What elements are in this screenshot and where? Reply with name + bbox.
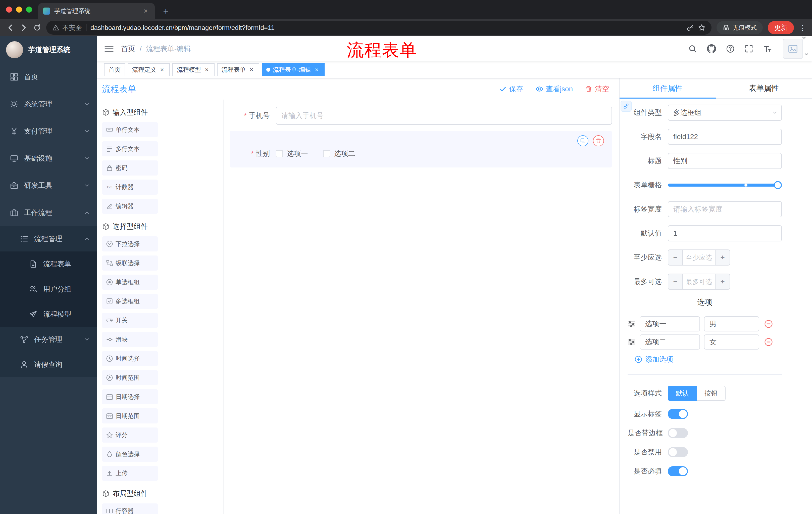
gender-option2-checkbox[interactable]: 选项二 — [323, 149, 355, 158]
user-avatar[interactable] — [783, 39, 803, 59]
sidebar-item-process-model[interactable]: 流程模型 — [0, 302, 97, 327]
option-value-input[interactable] — [704, 334, 759, 350]
tag-process-form-edit[interactable]: 流程表单-编辑× — [262, 63, 325, 76]
copy-component-button[interactable] — [577, 135, 588, 146]
sidebar-item-devtools[interactable]: 研发工具 — [0, 172, 97, 199]
help-icon[interactable] — [726, 45, 735, 53]
palette-item-multi-line-text[interactable]: 多行文本 — [102, 141, 158, 156]
tag-close-icon[interactable]: × — [314, 66, 320, 73]
sidebar-item-infrastructure[interactable]: 基础设施 — [0, 145, 97, 172]
password-key-icon[interactable] — [686, 24, 694, 31]
component-type-value[interactable] — [668, 105, 782, 121]
required-switch[interactable] — [668, 466, 688, 476]
slider-track[interactable] — [668, 184, 778, 187]
github-icon[interactable] — [707, 44, 716, 53]
palette-item-slider[interactable]: 滑块 — [102, 332, 158, 347]
option-label-input[interactable] — [640, 316, 700, 331]
default-value-input[interactable] — [668, 225, 782, 241]
tag-close-icon[interactable]: × — [248, 66, 255, 73]
browser-menu-icon[interactable]: ⋮ — [799, 23, 806, 32]
with-border-switch[interactable] — [668, 428, 688, 438]
remove-option-icon[interactable] — [764, 338, 773, 346]
tag-process-definition[interactable]: 流程定义× — [127, 63, 170, 76]
palette-item-cascader[interactable]: 级联选择 — [102, 255, 158, 271]
sidebar-logo[interactable]: 芋道管理系统 — [0, 36, 97, 63]
security-chip[interactable]: 不安全 — [52, 23, 82, 32]
form-canvas[interactable]: 手机号 性别 选项一 — [224, 100, 619, 514]
tag-close-icon[interactable]: × — [203, 66, 210, 73]
tag-home[interactable]: 首页 — [104, 63, 125, 76]
reload-icon[interactable] — [33, 24, 41, 32]
style-button-button[interactable]: 按钮 — [697, 386, 726, 401]
breadcrumb-home[interactable]: 首页 — [121, 44, 135, 54]
component-type-select[interactable] — [668, 105, 782, 121]
update-button[interactable]: 更新 — [768, 21, 794, 34]
palette-item-date-range[interactable]: 日期范围 — [102, 408, 158, 424]
disabled-switch[interactable] — [668, 447, 688, 457]
sidebar-item-process-management[interactable]: 流程管理 — [0, 226, 97, 251]
palette-item-switch[interactable]: 开关 — [102, 313, 158, 328]
view-json-button[interactable]: 查看json — [535, 84, 573, 94]
browser-tab[interactable]: 芋道管理系统 × — [38, 3, 155, 19]
palette-item-select[interactable]: 下拉选择 — [102, 236, 158, 251]
delete-component-button[interactable] — [593, 135, 604, 146]
title-input[interactable] — [668, 153, 782, 169]
add-option-button[interactable]: 添加选项 — [635, 355, 782, 364]
sidebar-item-leave-query[interactable]: 请假查询 — [0, 352, 97, 377]
field-name-input[interactable] — [668, 129, 782, 145]
palette-item-counter[interactable]: 计数器 — [102, 180, 158, 195]
palette-item-editor[interactable]: 编辑器 — [102, 199, 158, 214]
tab-close-icon[interactable]: × — [142, 7, 150, 15]
minus-button[interactable]: − — [668, 249, 683, 266]
palette-item-time-range[interactable]: 时间范围 — [102, 370, 158, 385]
palette-item-upload[interactable]: 上传 — [102, 466, 158, 481]
palette-item-password[interactable]: 密码 — [102, 160, 158, 175]
palette-item-color-picker[interactable]: 颜色选择 — [102, 447, 158, 462]
sidebar-item-workflow[interactable]: 工作流程 — [0, 199, 97, 226]
phone-input[interactable] — [276, 107, 612, 125]
sidebar-item-user-group[interactable]: 用户分组 — [0, 277, 97, 302]
sidebar-item-process-form[interactable]: 流程表单 — [0, 251, 97, 277]
forward-icon[interactable] — [20, 23, 28, 32]
phone-field-row[interactable]: 手机号 — [230, 107, 612, 125]
palette-item-row-container[interactable]: 行容器 — [102, 504, 158, 514]
drag-handle-icon[interactable] — [628, 320, 636, 328]
clear-button[interactable]: 清空 — [585, 84, 609, 94]
sidebar-item-task-management[interactable]: 任务管理 — [0, 327, 97, 352]
palette-item-rate[interactable]: 评分 — [102, 428, 158, 442]
address-bar[interactable]: 不安全 dashboard.yudao.iocoder.cn/bpm/manag… — [46, 21, 712, 35]
min-select-value[interactable]: 至少应选 — [683, 249, 716, 266]
selected-component-gender[interactable]: 性别 选项一 选项二 — [230, 131, 612, 167]
style-default-button[interactable]: 默认 — [668, 386, 697, 401]
toolbar-caret-icon[interactable] — [801, 35, 807, 41]
close-window-button[interactable] — [6, 6, 12, 12]
tag-process-form[interactable]: 流程表单× — [217, 63, 259, 76]
sidebar-toggle-icon[interactable] — [97, 36, 121, 61]
show-label-switch[interactable] — [668, 409, 688, 419]
minimize-window-button[interactable] — [16, 6, 22, 12]
tab-form-props[interactable]: 表单属性 — [716, 78, 812, 98]
save-button[interactable]: 保存 — [499, 84, 523, 94]
remove-option-icon[interactable] — [764, 320, 773, 328]
search-icon[interactable] — [688, 45, 697, 53]
bookmark-star-icon[interactable] — [698, 24, 705, 31]
palette-item-checkbox-group[interactable]: 多选框组 — [102, 294, 158, 309]
link-icon[interactable] — [620, 101, 632, 112]
palette-item-date-picker[interactable]: 日期选择 — [102, 389, 158, 404]
plus-button[interactable]: + — [716, 274, 730, 290]
sidebar-item-system[interactable]: 系统管理 — [0, 90, 97, 118]
sidebar-item-payment[interactable]: 支付管理 — [0, 118, 97, 145]
zoom-window-button[interactable] — [26, 6, 32, 12]
option-value-input[interactable] — [704, 316, 759, 331]
tag-process-model[interactable]: 流程模型× — [172, 63, 214, 76]
form-grid-slider[interactable] — [668, 177, 782, 193]
sidebar-item-home[interactable]: 首页 — [0, 63, 97, 90]
new-tab-button[interactable]: + — [159, 4, 173, 18]
back-icon[interactable] — [6, 23, 14, 32]
minus-button[interactable]: − — [668, 274, 683, 290]
palette-item-time-picker[interactable]: 时间选择 — [102, 351, 158, 366]
palette-item-single-line-text[interactable]: 单行文本 — [102, 122, 158, 137]
plus-button[interactable]: + — [716, 249, 730, 266]
tab-component-props[interactable]: 组件属性 — [619, 78, 716, 98]
max-select-value[interactable]: 最多可选 — [683, 274, 716, 290]
